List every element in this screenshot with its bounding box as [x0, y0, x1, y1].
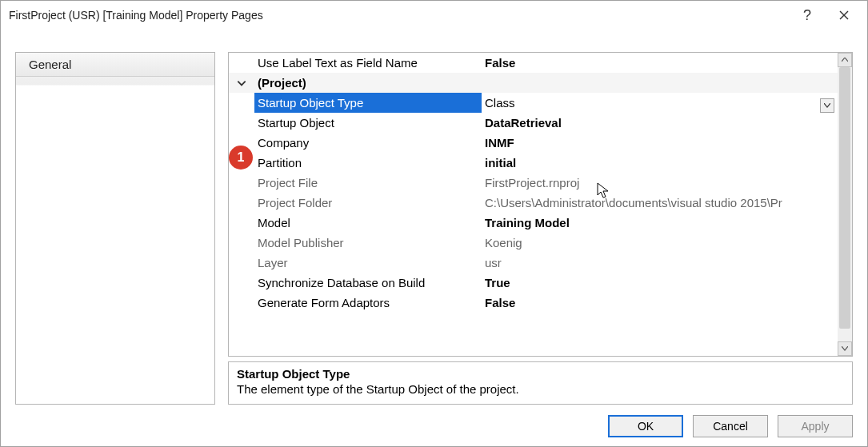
property-row[interactable]: Startup Object TypeClass: [229, 93, 838, 113]
scrollbar-thumb[interactable]: [839, 67, 850, 329]
property-value[interactable]: False: [482, 53, 838, 73]
cancel-button[interactable]: Cancel: [693, 415, 768, 437]
property-label: Startup Object Type: [254, 93, 482, 113]
row-gutter: [229, 78, 254, 89]
sidebar-item-label: General: [29, 58, 71, 71]
description-title: Startup Object Type: [237, 367, 844, 381]
button-label: OK: [638, 420, 654, 433]
sidebar-item-general[interactable]: General: [16, 53, 214, 77]
description-panel: Startup Object Type The element type of …: [228, 361, 853, 405]
property-label: Model: [254, 213, 482, 233]
description-text: The element type of the Startup Object o…: [237, 382, 844, 396]
property-pages-window: FirstProject (USR) [Training Model] Prop…: [0, 0, 868, 447]
property-label: Project File: [254, 173, 482, 193]
chevron-down-icon: [236, 78, 247, 89]
callout-label: 1: [238, 150, 245, 165]
property-value[interactable]: False: [482, 293, 838, 313]
button-label: Cancel: [713, 420, 748, 433]
property-value[interactable]: INMF: [482, 133, 838, 153]
property-row[interactable]: Synchronize Database on BuildTrue: [229, 273, 838, 293]
ok-button[interactable]: OK: [608, 415, 683, 437]
annotation-callout-1: 1: [229, 146, 253, 170]
property-label: Project Folder: [254, 193, 482, 213]
property-row[interactable]: Model PublisherKoenig: [229, 233, 838, 253]
chevron-down-icon: [842, 346, 848, 351]
scroll-down-button[interactable]: [838, 341, 852, 356]
property-label: (Project): [254, 73, 838, 93]
property-value[interactable]: Class: [482, 93, 838, 113]
property-label: Synchronize Database on Build: [254, 273, 482, 293]
property-value[interactable]: Training Model: [482, 213, 838, 233]
cursor-icon: [597, 182, 611, 203]
scroll-up-button[interactable]: [838, 53, 852, 67]
property-group[interactable]: (Project): [229, 73, 838, 93]
property-row[interactable]: Use Label Text as Field NameFalse: [229, 53, 838, 73]
property-label: Model Publisher: [254, 233, 482, 253]
category-sidebar: General: [15, 52, 215, 405]
property-row[interactable]: Project FolderC:\Users\Administrator\doc…: [229, 193, 838, 213]
property-label: Company: [254, 133, 482, 153]
property-value: usr: [482, 253, 838, 273]
button-bar: OK Cancel Apply: [1, 413, 867, 446]
property-row[interactable]: Project FileFirstProject.rnproj: [229, 173, 838, 193]
help-icon: ?: [803, 7, 811, 24]
property-value: Koenig: [482, 233, 838, 253]
property-row[interactable]: Generate Form AdaptorsFalse: [229, 293, 838, 313]
window-title: FirstProject (USR) [Training Model] Prop…: [9, 9, 789, 22]
property-label: Layer: [254, 253, 482, 273]
scrollbar[interactable]: [838, 53, 852, 356]
button-label: Apply: [801, 420, 829, 433]
chevron-down-icon: [824, 103, 830, 108]
property-row[interactable]: Layerusr: [229, 253, 838, 273]
apply-button: Apply: [778, 415, 853, 437]
property-value: FirstProject.rnproj: [482, 173, 838, 193]
help-button[interactable]: ?: [789, 3, 826, 27]
property-row[interactable]: Startup ObjectDataRetrieval: [229, 113, 838, 133]
close-icon: [839, 10, 849, 20]
property-value[interactable]: DataRetrieval: [482, 113, 838, 133]
property-row[interactable]: ModelTraining Model: [229, 213, 838, 233]
property-label: Partition: [254, 153, 482, 173]
property-row[interactable]: Partitioninitial: [229, 153, 838, 173]
property-row[interactable]: CompanyINMF: [229, 133, 838, 153]
main-panel: Use Label Text as Field NameFalse(Projec…: [228, 52, 853, 405]
close-button[interactable]: [826, 3, 862, 27]
titlebar: FirstProject (USR) [Training Model] Prop…: [1, 1, 867, 30]
chevron-up-icon: [842, 58, 848, 62]
property-label: Startup Object: [254, 113, 482, 133]
property-label: Use Label Text as Field Name: [254, 53, 482, 73]
property-value: C:\Users\Administrator\documents\visual …: [482, 193, 838, 213]
dropdown-button[interactable]: [820, 98, 834, 113]
property-grid[interactable]: Use Label Text as Field NameFalse(Projec…: [228, 52, 853, 357]
property-value[interactable]: True: [482, 273, 838, 293]
dialog-body: General Use Label Text as Field NameFals…: [1, 30, 867, 413]
property-label: Generate Form Adaptors: [254, 293, 482, 313]
property-value[interactable]: initial: [482, 153, 838, 173]
